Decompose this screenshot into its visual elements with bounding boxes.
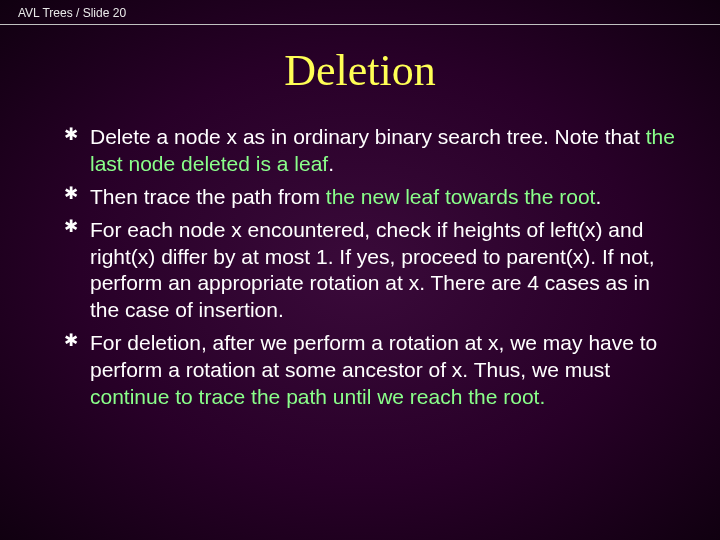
- bullet-marker-icon: ✱: [64, 127, 78, 141]
- bullet-text: For deletion, after we perform a rotatio…: [90, 331, 657, 408]
- bullet-text: For each node x encountered, check if he…: [90, 218, 655, 322]
- plain-text: For each node x encountered, check if he…: [90, 218, 655, 322]
- bullet-item: ✱For each node x encountered, check if h…: [64, 217, 684, 325]
- slide-title: Deletion: [0, 45, 720, 96]
- plain-text: Delete a node x as in ordinary binary se…: [90, 125, 646, 148]
- plain-text: .: [595, 185, 601, 208]
- bullet-text: Then trace the path from the new leaf to…: [90, 185, 601, 208]
- bullet-item: ✱For deletion, after we perform a rotati…: [64, 330, 684, 411]
- highlight-text: the new leaf towards the root: [326, 185, 596, 208]
- bullet-item: ✱Delete a node x as in ordinary binary s…: [64, 124, 684, 178]
- bullet-text: Delete a node x as in ordinary binary se…: [90, 125, 675, 175]
- bullet-item: ✱Then trace the path from the new leaf t…: [64, 184, 684, 211]
- bullet-marker-icon: ✱: [64, 220, 78, 234]
- plain-text: For deletion, after we perform a rotatio…: [90, 331, 657, 381]
- header-divider: [0, 24, 720, 25]
- plain-text: .: [328, 152, 334, 175]
- slide-body: ✱Delete a node x as in ordinary binary s…: [0, 124, 720, 411]
- slide-header: AVL Trees / Slide 20: [0, 0, 720, 20]
- plain-text: Then trace the path from: [90, 185, 326, 208]
- highlight-text: continue to trace the path until we reac…: [90, 385, 545, 408]
- slide: AVL Trees / Slide 20 Deletion ✱Delete a …: [0, 0, 720, 540]
- bullet-marker-icon: ✱: [64, 187, 78, 201]
- header-left-text: AVL Trees / Slide 20: [18, 6, 126, 20]
- bullet-marker-icon: ✱: [64, 333, 78, 347]
